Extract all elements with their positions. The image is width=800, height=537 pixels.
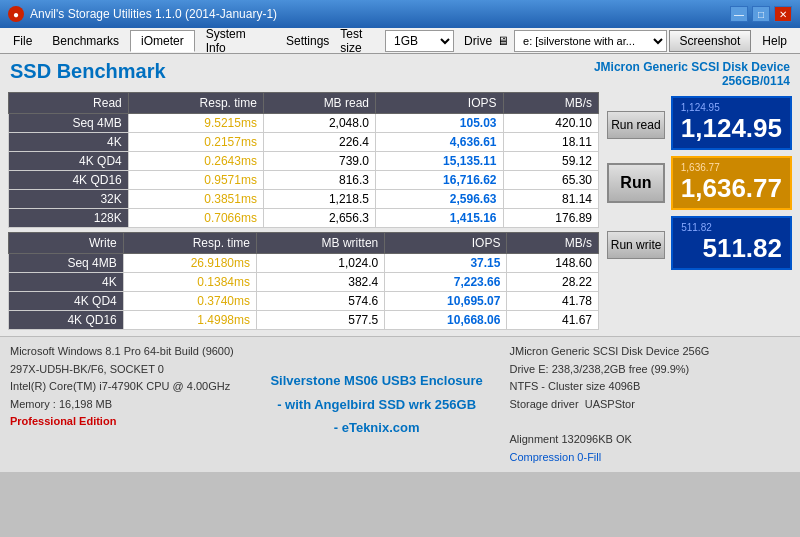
read-score-box: 1,124.95 1,124.95	[671, 96, 792, 150]
menu-help[interactable]: Help	[753, 30, 796, 52]
center-info: Silverstone MS06 USB3 Enclosure - with A…	[260, 343, 494, 466]
col-mb-written: MB written	[257, 233, 385, 254]
total-score-value: 1,636.77	[681, 173, 782, 204]
sys-line2: 297X-UD5H-BK/F6, SOCKET 0	[10, 361, 244, 379]
row-mbs: 81.14	[503, 190, 599, 209]
row-label: Seq 4MB	[9, 254, 124, 273]
row-resp: 26.9180ms	[123, 254, 256, 273]
center-line3: - eTeknix.com	[270, 416, 482, 439]
drive-label: Drive	[464, 34, 492, 48]
row-resp: 0.3740ms	[123, 292, 256, 311]
row-label: 4K QD4	[9, 152, 129, 171]
row-mb: 2,048.0	[263, 114, 375, 133]
compression-info: Compression 0-Fill	[510, 449, 791, 467]
menu-bar: File Benchmarks iOmeter System Info Sett…	[0, 28, 800, 54]
row-mb: 226.4	[263, 133, 375, 152]
row-resp: 9.5215ms	[128, 114, 263, 133]
menu-sysinfo[interactable]: System Info	[197, 23, 275, 59]
row-iops: 7,223.66	[385, 273, 507, 292]
row-mbs: 65.30	[503, 171, 599, 190]
center-line1: Silverstone MS06 USB3 Enclosure	[270, 369, 482, 392]
run-read-button[interactable]: Run read	[607, 111, 665, 139]
alignment-info: Alignment 132096KB OK	[510, 431, 791, 449]
row-mb: 816.3	[263, 171, 375, 190]
window: ● Anvil's Storage Utilities 1.1.0 (2014-…	[0, 0, 800, 472]
system-info: Microsoft Windows 8.1 Pro 64-bit Build (…	[10, 343, 244, 466]
col-mbs-write: MB/s	[507, 233, 599, 254]
col-write: Write	[9, 233, 124, 254]
device-detail-2: Drive E: 238,3/238,2GB free (99.9%)	[510, 361, 791, 379]
row-mb: 739.0	[263, 152, 375, 171]
col-read: Read	[9, 93, 129, 114]
row-label: 4K	[9, 273, 124, 292]
write-score-value: 511.82	[681, 233, 782, 264]
row-iops: 10,668.06	[385, 311, 507, 330]
main-content: SSD Benchmark JMicron Generic SCSI Disk …	[0, 54, 800, 472]
sys-line1: Microsoft Windows 8.1 Pro 64-bit Build (…	[10, 343, 244, 361]
table-row: 4K QD16 0.9571ms 816.3 16,716.62 65.30	[9, 171, 599, 190]
menu-settings[interactable]: Settings	[277, 30, 338, 52]
row-label: 4K QD16	[9, 311, 124, 330]
table-row: 4K 0.1384ms 382.4 7,223.66 28.22	[9, 273, 599, 292]
row-resp: 0.2643ms	[128, 152, 263, 171]
row-iops: 10,695.07	[385, 292, 507, 311]
col-iops-read: IOPS	[375, 93, 503, 114]
read-table: Read Resp. time MB read IOPS MB/s Seq 4M…	[8, 92, 599, 228]
right-panel: Run read 1,124.95 1,124.95 Run 1,636.77 …	[607, 92, 792, 330]
benchmark-area: Read Resp. time MB read IOPS MB/s Seq 4M…	[0, 92, 800, 330]
table-row: 32K 0.3851ms 1,218.5 2,596.63 81.14	[9, 190, 599, 209]
read-score-value: 1,124.95	[681, 113, 782, 144]
table-row: Seq 4MB 26.9180ms 1,024.0 37.15 148.60	[9, 254, 599, 273]
row-resp: 0.9571ms	[128, 171, 263, 190]
row-mb: 1,218.5	[263, 190, 375, 209]
run-write-button[interactable]: Run write	[607, 231, 665, 259]
row-mbs: 28.22	[507, 273, 599, 292]
window-controls: — □ ✕	[730, 6, 792, 22]
row-mbs: 41.78	[507, 292, 599, 311]
table-row: 128K 0.7066ms 2,656.3 1,415.16 176.89	[9, 209, 599, 228]
row-resp: 1.4998ms	[123, 311, 256, 330]
write-table: Write Resp. time MB written IOPS MB/s Se…	[8, 232, 599, 330]
write-score-box: 511.82 511.82	[671, 216, 792, 270]
sys-line3: Intel(R) Core(TM) i7-4790K CPU @ 4.00GHz	[10, 378, 244, 396]
test-size-select[interactable]: 1GB 512MB 256MB	[385, 30, 454, 52]
total-score-box: 1,636.77 1,636.77	[671, 156, 792, 210]
row-iops: 16,716.62	[375, 171, 503, 190]
drive-icon: 🖥	[497, 34, 509, 48]
read-score-label: 1,124.95	[681, 102, 782, 113]
row-iops: 37.15	[385, 254, 507, 273]
row-resp: 0.7066ms	[128, 209, 263, 228]
minimize-button[interactable]: —	[730, 6, 748, 22]
device-info: JMicron Generic SCSI Disk Device 256GB/0…	[594, 60, 790, 88]
device-detail-4: Storage driver UASPStor	[510, 396, 791, 414]
screenshot-button[interactable]: Screenshot	[669, 30, 752, 52]
menu-benchmarks[interactable]: Benchmarks	[43, 30, 128, 52]
device-details: JMicron Generic SCSI Disk Device 256G Dr…	[510, 343, 791, 466]
row-mbs: 420.10	[503, 114, 599, 133]
close-button[interactable]: ✕	[774, 6, 792, 22]
device-detail-5	[510, 413, 791, 431]
table-row: Seq 4MB 9.5215ms 2,048.0 105.03 420.10	[9, 114, 599, 133]
row-iops: 1,415.16	[375, 209, 503, 228]
maximize-button[interactable]: □	[752, 6, 770, 22]
row-mb: 577.5	[257, 311, 385, 330]
row-label: 128K	[9, 209, 129, 228]
device-detail-3: NTFS - Cluster size 4096B	[510, 378, 791, 396]
center-line2: - with Angelbird SSD wrk 256GB	[270, 393, 482, 416]
table-row: 4K QD4 0.2643ms 739.0 15,135.11 59.12	[9, 152, 599, 171]
ssd-header: SSD Benchmark JMicron Generic SCSI Disk …	[0, 54, 800, 92]
row-iops: 15,135.11	[375, 152, 503, 171]
row-label: 4K	[9, 133, 129, 152]
drive-select[interactable]: e: [silverstone with ar...	[514, 30, 667, 52]
title-bar: ● Anvil's Storage Utilities 1.1.0 (2014-…	[0, 0, 800, 28]
device-name: JMicron Generic SCSI Disk Device	[594, 60, 790, 74]
test-size-group: Test size 1GB 512MB 256MB	[340, 27, 454, 55]
row-resp: 0.3851ms	[128, 190, 263, 209]
row-mb: 574.6	[257, 292, 385, 311]
tab-iometer[interactable]: iOmeter	[130, 30, 195, 52]
device-sub: 256GB/0114	[594, 74, 790, 88]
menu-file[interactable]: File	[4, 30, 41, 52]
row-mb: 1,024.0	[257, 254, 385, 273]
col-iops-write: IOPS	[385, 233, 507, 254]
run-button[interactable]: Run	[607, 163, 665, 203]
